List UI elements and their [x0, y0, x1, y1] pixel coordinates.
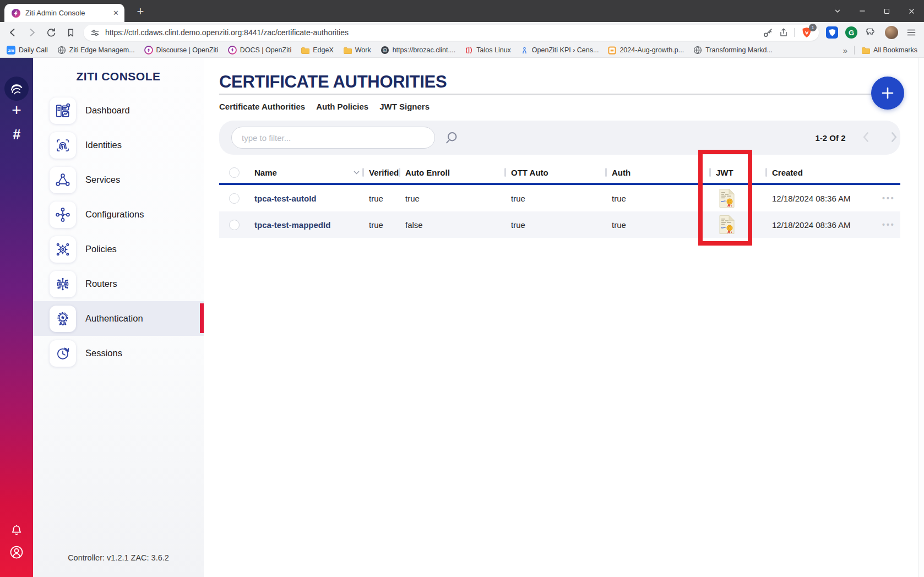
bookmarks-overflow-chevron[interactable]: »	[843, 46, 847, 55]
ziti-logo-icon[interactable]	[4, 77, 29, 101]
main-content: CERTIFICATE AUTHORITIES Certificate Auth…	[204, 58, 924, 577]
column-header-auth[interactable]: Auth	[612, 162, 631, 183]
globe-icon	[57, 46, 66, 55]
sidebar-item-label: Routers	[85, 279, 117, 289]
share-icon[interactable]	[779, 28, 789, 37]
search-icon[interactable]	[444, 130, 459, 145]
all-bookmarks-button[interactable]: All Bookmarks	[861, 46, 917, 55]
zac-app: + # ZITI CONSOLE Dashboard Identities	[0, 58, 924, 577]
row-auth: true	[612, 211, 626, 238]
browser-toolbar: https://ctrl.cdaws.clint.demo.openziti.o…	[0, 22, 924, 43]
previous-page-icon[interactable]	[859, 130, 873, 144]
services-network-icon	[50, 167, 76, 193]
column-divider	[605, 168, 607, 177]
openziti-icon	[228, 46, 237, 55]
notifications-bell-icon[interactable]	[9, 524, 24, 538]
column-header-name[interactable]: Name	[254, 162, 277, 183]
add-certificate-authority-button[interactable]	[871, 77, 904, 110]
bookmark-2024-aug-growth[interactable]: 2024-Aug-growth.p...	[608, 46, 684, 55]
new-tab-button[interactable]: +	[132, 3, 149, 20]
bookmark-brozac[interactable]: https://brozac.clint....	[381, 46, 456, 55]
extensions-puzzle-icon[interactable]	[865, 26, 878, 39]
rail-add-button[interactable]: +	[0, 101, 33, 119]
row-actions-menu-icon[interactable]: •••	[882, 211, 895, 238]
select-all-checkbox[interactable]	[229, 167, 240, 178]
openziti-mascot-icon	[520, 46, 529, 55]
column-header-ott-auto[interactable]: OTT Auto	[511, 162, 548, 183]
left-rail: + #	[0, 58, 33, 577]
table-row[interactable]: tpca-test-autoId true true true true 12/…	[219, 185, 900, 211]
row-name[interactable]: tpca-test-mappedId	[254, 211, 330, 238]
sidebar-item-policies[interactable]: Policies	[33, 232, 204, 266]
tab-title: Ziti Admin Console	[25, 9, 108, 17]
bookmark-work-folder[interactable]: Work	[343, 46, 371, 55]
grammarly-extension-icon[interactable]: G	[845, 26, 857, 39]
url-text[interactable]: https://ctrl.cdaws.clint.demo.openziti.o…	[105, 28, 757, 37]
talos-icon	[465, 46, 473, 55]
bookmark-daily-call[interactable]: zm Daily Call	[7, 46, 48, 55]
rail-hash-button[interactable]: #	[0, 125, 33, 144]
sort-chevron-icon[interactable]	[354, 171, 360, 175]
address-bar[interactable]: https://ctrl.cdaws.clint.demo.openziti.o…	[84, 25, 819, 41]
bookmark-docs-openziti[interactable]: DOCS | OpenZiti	[228, 46, 292, 55]
window-close-button[interactable]	[899, 0, 924, 22]
site-settings-icon[interactable]	[90, 28, 100, 37]
profile-avatar[interactable]	[885, 26, 898, 39]
bookmark-talos-linux[interactable]: Talos Linux	[465, 46, 511, 55]
certificate-icon[interactable]	[719, 185, 735, 211]
column-header-auto-enroll[interactable]: Auto Enroll	[405, 162, 450, 183]
bookmark-openziti-kpi[interactable]: OpenZiti KPI › Cens...	[520, 46, 599, 55]
back-icon[interactable]	[7, 26, 19, 39]
tab-search-icon[interactable]	[825, 0, 850, 22]
browser-tab[interactable]: Ziti Admin Console ✕	[4, 4, 124, 22]
row-actions-menu-icon[interactable]: •••	[882, 185, 895, 211]
sidebar-item-sessions[interactable]: Sessions	[33, 336, 204, 371]
scrollbar[interactable]	[918, 58, 924, 577]
bookmark-discourse-openziti[interactable]: Discourse | OpenZiti	[144, 46, 219, 55]
row-checkbox[interactable]	[229, 193, 240, 204]
tab-auth-policies[interactable]: Auth Policies	[316, 102, 368, 111]
brave-shield-icon[interactable]: 1	[800, 26, 813, 39]
bookmark-edgex-folder[interactable]: EdgeX	[301, 46, 334, 55]
sidebar-item-routers[interactable]: Routers	[33, 266, 204, 301]
reading-list-icon[interactable]	[64, 26, 77, 39]
sidebar-item-configurations[interactable]: Configurations	[33, 197, 204, 232]
sidebar-item-services[interactable]: Services	[33, 162, 204, 197]
folder-icon	[861, 46, 870, 55]
bitwarden-extension-icon[interactable]	[826, 26, 838, 39]
divider	[854, 46, 855, 55]
sidebar-nav: Dashboard Identities Services Configurat…	[33, 93, 204, 371]
bookmark-transforming-markd[interactable]: Transforming Markd...	[693, 46, 773, 55]
tab-jwt-signers[interactable]: JWT Signers	[379, 102, 430, 111]
row-name[interactable]: tpca-test-autoId	[254, 185, 317, 211]
sidebar-item-identities[interactable]: Identities	[33, 128, 204, 162]
row-checkbox[interactable]	[229, 220, 240, 230]
row-auto-enroll: false	[405, 211, 423, 238]
sidebar: ZITI CONSOLE Dashboard Identities Servic…	[33, 58, 204, 577]
openziti-favicon-icon	[12, 9, 20, 18]
dashboard-icon	[50, 97, 76, 124]
tab-certificate-authorities[interactable]: Certificate Authorities	[219, 102, 305, 111]
sidebar-item-dashboard[interactable]: Dashboard	[33, 93, 204, 128]
next-page-icon[interactable]	[887, 130, 901, 144]
column-header-created[interactable]: Created	[772, 162, 803, 183]
tab-close-icon[interactable]: ✕	[113, 9, 119, 17]
window-minimize-button[interactable]	[850, 0, 874, 22]
reload-icon[interactable]	[45, 26, 57, 39]
certificate-icon[interactable]	[719, 211, 735, 238]
column-header-verified[interactable]: Verified	[369, 162, 399, 183]
column-divider	[765, 168, 767, 177]
forward-icon[interactable]	[26, 26, 38, 39]
bookmark-ziti-edge[interactable]: Ziti Edge Managem...	[57, 46, 135, 55]
filter-input[interactable]	[231, 127, 435, 149]
window-maximize-button[interactable]	[874, 0, 899, 22]
saved-password-key-icon[interactable]	[763, 28, 773, 38]
row-auth: true	[612, 185, 626, 211]
sidebar-item-authentication[interactable]: Authentication	[33, 301, 204, 336]
column-header-jwt[interactable]: JWT	[716, 162, 733, 183]
profile-icon[interactable]	[9, 545, 24, 560]
menu-hamburger-icon[interactable]	[905, 26, 917, 39]
pagination-label: 1-2 Of 2	[797, 121, 863, 155]
table-row[interactable]: tpca-test-mappedId true false true true …	[219, 211, 900, 238]
sessions-clock-icon	[50, 340, 76, 367]
